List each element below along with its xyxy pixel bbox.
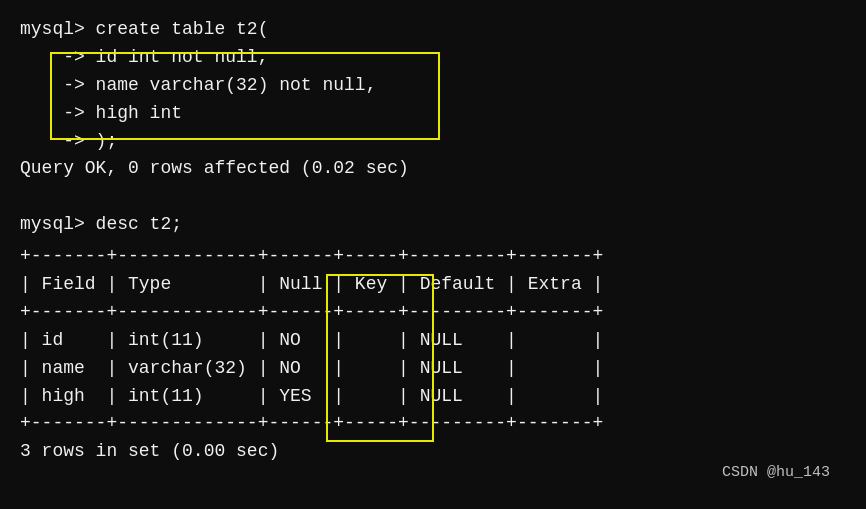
table-section: +-------+-------------+------+-----+----…: [20, 243, 846, 438]
line-2: -> id int not null,: [20, 44, 846, 72]
table-header: | Field | Type | Null | Key | Default | …: [20, 271, 846, 299]
table-row-high: | high | int(11) | YES | | NULL | |: [20, 383, 846, 411]
terminal: mysql> create table t2( -> id int not nu…: [20, 16, 846, 493]
line-result: 3 rows in set (0.00 sec): [20, 438, 846, 466]
line-3: -> name varchar(32) not null,: [20, 72, 846, 100]
table-sep-mid: +-------+-------------+------+-----+----…: [20, 299, 846, 327]
line-1: mysql> create table t2(: [20, 16, 846, 44]
table-row-name: | name | varchar(32) | NO | | NULL | |: [20, 355, 846, 383]
table-sep-bot: +-------+-------------+------+-----+----…: [20, 410, 846, 438]
watermark: CSDN @hu_143: [722, 464, 830, 481]
line-desc: mysql> desc t2;: [20, 211, 846, 239]
table-sep-top: +-------+-------------+------+-----+----…: [20, 243, 846, 271]
line-blank: [20, 183, 846, 211]
line-4: -> high int: [20, 100, 846, 128]
line-5: -> );: [20, 128, 846, 156]
line-6: Query OK, 0 rows affected (0.02 sec): [20, 155, 846, 183]
table-row-id: | id | int(11) | NO | | NULL | |: [20, 327, 846, 355]
